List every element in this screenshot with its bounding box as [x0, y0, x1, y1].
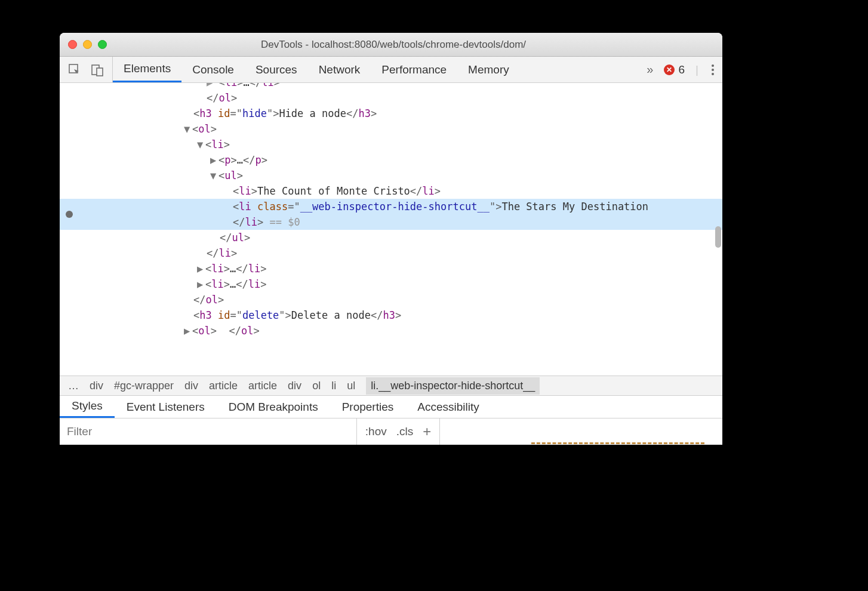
breadcrumb-item[interactable]: article [209, 380, 238, 392]
expand-arrow-icon[interactable]: ▶ [210, 152, 218, 168]
traffic-lights [68, 40, 107, 49]
cls-toggle[interactable]: .cls [396, 425, 414, 438]
tab-accessibility[interactable]: Accessibility [405, 396, 491, 418]
dom-node[interactable]: <h3 id="hide">Hide a node</h3> [60, 106, 722, 121]
device-toggle-icon[interactable] [91, 63, 104, 76]
tab-performance[interactable]: Performance [371, 57, 457, 82]
svg-rect-2 [97, 68, 103, 76]
breadcrumb-item[interactable]: … [68, 380, 79, 392]
zoom-icon[interactable] [98, 40, 107, 49]
dom-node-selected[interactable]: <li class="__web-inspector-hide-shortcut… [60, 199, 722, 214]
dom-node[interactable]: </ol> [60, 292, 722, 307]
scrollbar-thumb[interactable] [715, 226, 721, 248]
dom-node[interactable]: </li> [60, 245, 722, 261]
dom-node[interactable]: </ul> [60, 230, 722, 245]
tab-properties[interactable]: Properties [330, 396, 406, 418]
dom-node[interactable]: ▶<ol> </ol> [60, 323, 722, 338]
breadcrumb-item[interactable]: div [184, 380, 198, 392]
breadcrumb: …div#gc-wrapperdivarticlearticledivolliu… [60, 375, 722, 396]
close-icon[interactable] [68, 40, 77, 49]
styles-buttons: :hov .cls + [357, 418, 440, 445]
tab-dom-breakpoints[interactable]: DOM Breakpoints [217, 396, 330, 418]
styles-filter-input[interactable] [60, 418, 357, 445]
dom-node[interactable]: ▼<li> [60, 137, 722, 152]
minimize-icon[interactable] [83, 40, 92, 49]
tab-sources[interactable]: Sources [245, 57, 308, 82]
breadcrumb-item[interactable]: #gc-wrapper [114, 380, 174, 392]
tab-console[interactable]: Console [181, 57, 245, 82]
breadcrumb-item[interactable]: article [248, 380, 277, 392]
tab-elements[interactable]: Elements [113, 57, 181, 82]
breadcrumb-item[interactable]: li [331, 380, 336, 392]
dom-node[interactable]: ▶<li>…</li> [60, 261, 722, 276]
error-badge[interactable]: ✕ 6 [664, 63, 685, 76]
dom-node-selected[interactable]: </li> == $0 [60, 214, 722, 230]
dom-node[interactable]: </ol> [60, 90, 722, 106]
toolbar-right: » ✕ 6 | [641, 62, 722, 78]
dom-node[interactable]: ▶<p>…</p> [60, 152, 722, 168]
devtools-window: DevTools - localhost:8080/web/tools/chro… [60, 33, 722, 445]
dom-node[interactable]: <h3 id="delete">Delete a node</h3> [60, 307, 722, 323]
breadcrumb-item[interactable]: div [90, 380, 103, 392]
dom-tree[interactable]: ▶ <li>…</li></ol><h3 id="hide">Hide a no… [60, 83, 722, 375]
collapse-arrow-icon[interactable]: ▼ [197, 137, 205, 152]
error-count: 6 [678, 63, 685, 76]
tab-styles[interactable]: Styles [60, 396, 115, 418]
hidden-node-indicator-icon [66, 211, 73, 218]
styles-toolbar: :hov .cls + [60, 418, 722, 445]
expand-arrow-icon[interactable]: ▶ [197, 261, 205, 276]
box-model-preview [440, 418, 722, 445]
main-toolbar: Elements Console Sources Network Perform… [60, 57, 722, 83]
tab-network[interactable]: Network [308, 57, 371, 82]
dom-node[interactable]: ▶<li>…</li> [60, 276, 722, 292]
titlebar: DevTools - localhost:8080/web/tools/chro… [60, 33, 722, 57]
dom-node[interactable]: ▼<ol> [60, 121, 722, 137]
dom-node[interactable]: <li>The Count of Monte Cristo</li> [60, 183, 722, 199]
dom-node[interactable]: ▼<ul> [60, 168, 722, 183]
tab-event-listeners[interactable]: Event Listeners [115, 396, 217, 418]
tabs-overflow-icon[interactable]: » [647, 63, 653, 76]
window-title: DevTools - localhost:8080/web/tools/chro… [107, 39, 680, 51]
sidepanel-tabs: Styles Event Listeners DOM Breakpoints P… [60, 396, 722, 418]
toolbar-left [60, 57, 113, 82]
collapse-arrow-icon[interactable]: ▼ [210, 168, 218, 183]
error-icon: ✕ [664, 64, 675, 75]
dom-node[interactable]: ▶ <li>…</li> [60, 83, 722, 90]
breadcrumb-item[interactable]: ul [347, 380, 355, 392]
inspect-element-icon[interactable] [68, 63, 81, 76]
kebab-menu-icon[interactable] [709, 62, 716, 78]
tab-memory[interactable]: Memory [457, 57, 520, 82]
collapse-arrow-icon[interactable]: ▼ [184, 121, 192, 137]
new-rule-icon[interactable]: + [423, 423, 431, 440]
hov-toggle[interactable]: :hov [365, 425, 387, 438]
expand-arrow-icon[interactable]: ▶ [184, 323, 192, 338]
expand-arrow-icon[interactable]: ▶ [197, 276, 205, 292]
breadcrumb-item[interactable]: div [288, 380, 301, 392]
panel-tabs: Elements Console Sources Network Perform… [113, 57, 520, 82]
breadcrumb-item[interactable]: ol [312, 380, 321, 392]
breadcrumb-item[interactable]: li.__web-inspector-hide-shortcut__ [366, 377, 540, 395]
